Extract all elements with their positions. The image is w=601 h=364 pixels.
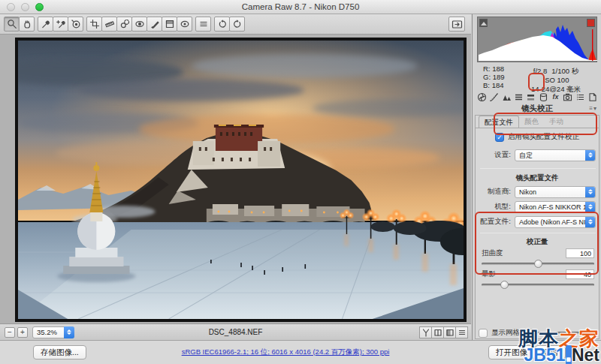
enable-profile-checkbox[interactable]: ✓ xyxy=(495,133,504,142)
show-grid-label: 显示网格 xyxy=(491,328,520,338)
crop-tool-button[interactable] xyxy=(86,17,102,32)
workflow-options-link[interactable]: sRGB IEC61966-2.1; 16 位; 6016 x 4016 (24… xyxy=(90,347,481,357)
photo-preview[interactable] xyxy=(15,38,467,322)
distortion-slider-thumb[interactable] xyxy=(534,260,542,268)
tab-effects[interactable]: fx xyxy=(550,91,561,103)
make-select[interactable]: Nikon xyxy=(515,186,596,198)
hand-tool-button[interactable] xyxy=(19,17,35,32)
image-canvas xyxy=(0,35,471,323)
lens-corrections-panel: 配置文件 颜色 手动 ✓ 启用镜头配置文件校正 设置: 自定 镜头配置文件 制造… xyxy=(475,115,599,339)
swap-before-after-button[interactable] xyxy=(431,326,444,338)
panel-title: 镜头校正 xyxy=(473,104,601,114)
tab-snapshots[interactable] xyxy=(587,91,598,103)
divider xyxy=(480,233,596,233)
tab-detail[interactable] xyxy=(501,91,512,103)
distortion-slider[interactable] xyxy=(482,263,594,265)
enable-profile-row: ✓ 启用镜头配置文件校正 xyxy=(476,132,599,142)
preview-mode-buttons xyxy=(420,326,468,338)
setup-row: 设置: 自定 xyxy=(479,149,597,161)
setup-select[interactable]: 自定 xyxy=(515,149,596,161)
panel-menu-icon[interactable]: ≡▾ xyxy=(589,105,597,112)
amount-header: 校正量 xyxy=(476,237,599,247)
preview-menu-button[interactable] xyxy=(455,326,468,338)
setup-label: 设置: xyxy=(479,150,515,160)
vignetting-value[interactable]: 40 xyxy=(566,269,594,279)
stepper-icon xyxy=(585,201,596,213)
straighten-tool-button[interactable] xyxy=(101,17,117,32)
vignetting-label: 晕影 xyxy=(482,269,496,279)
vignetting-slider[interactable] xyxy=(482,284,594,286)
subtab-color[interactable]: 颜色 xyxy=(519,116,544,128)
color-sampler-tool-button[interactable] xyxy=(53,17,68,32)
graduated-filter-tool-button[interactable] xyxy=(162,17,177,32)
zoom-tool-button[interactable] xyxy=(4,17,20,32)
model-select[interactable]: Nikon AF-S NIKKOR 14-24... xyxy=(515,201,596,213)
divider xyxy=(480,168,596,169)
radial-filter-tool-button[interactable] xyxy=(177,17,192,32)
tab-camera-calibration[interactable] xyxy=(562,91,573,103)
lens-subtabs: 配置文件 颜色 手动 xyxy=(476,116,599,128)
distortion-value[interactable]: 100 xyxy=(566,248,594,258)
white-balance-tool-button[interactable] xyxy=(38,17,53,32)
stepper-icon xyxy=(585,186,596,198)
title-bar: Camera Raw 8.7 - Nikon D750 xyxy=(0,0,601,14)
filename-label: DSC_4884.NEF xyxy=(0,328,471,336)
targeted-adjustment-tool-button[interactable] xyxy=(68,17,83,32)
before-after-cycle-button[interactable] xyxy=(419,326,432,338)
tab-basic[interactable] xyxy=(476,91,488,103)
model-row: 机型: Nikon AF-S NIKKOR 14-24... xyxy=(479,200,597,213)
rotate-left-button[interactable] xyxy=(214,17,230,32)
tab-lens-corrections[interactable] xyxy=(538,91,549,103)
adjustments-sidebar: R: 188 G: 189 B: 184 f/2.81/100 秒 ISO 10… xyxy=(472,14,601,340)
stepper-icon xyxy=(585,149,596,161)
histogram xyxy=(477,17,597,62)
histogram-graph xyxy=(479,23,597,61)
subtab-manual[interactable]: 手动 xyxy=(544,116,569,128)
profile-select[interactable]: Adobe (Nikon AF-S NIKKO... xyxy=(515,216,596,228)
rotate-right-button[interactable] xyxy=(229,17,245,32)
make-row: 制造商: Nikon xyxy=(479,185,597,198)
lens-profile-header: 镜头配置文件 xyxy=(476,173,599,183)
adjustment-brush-tool-button[interactable] xyxy=(146,17,162,32)
status-bar: − + 35.2% DSC_4884.NEF xyxy=(0,323,471,340)
distortion-slider-row: 扭曲度 100 xyxy=(482,248,594,258)
save-image-button[interactable]: 存储图像... xyxy=(33,345,86,359)
profile-row: 配置文件: Adobe (Nikon AF-S NIKKO... xyxy=(479,215,597,228)
stepper-icon xyxy=(585,216,596,228)
potala-palace-photo xyxy=(18,41,464,319)
bottom-bar: 存储图像... sRGB IEC61966-2.1; 16 位; 6016 x … xyxy=(0,340,601,364)
tab-tone-curve[interactable] xyxy=(488,91,500,103)
tab-split-toning[interactable] xyxy=(525,91,536,103)
site-watermark: 脚本之家 JB51.Net xyxy=(518,329,599,364)
red-eye-tool-button[interactable] xyxy=(131,17,147,32)
spot-removal-tool-button[interactable] xyxy=(116,17,132,32)
window-title: Camera Raw 8.7 - Nikon D750 xyxy=(0,2,601,11)
preferences-button[interactable] xyxy=(195,17,211,32)
subtab-profile[interactable]: 配置文件 xyxy=(479,116,519,128)
show-grid-checkbox[interactable] xyxy=(479,329,488,338)
adjustment-tabs: fx xyxy=(476,90,598,104)
toggle-fullscreen-button[interactable] xyxy=(448,17,465,32)
tab-presets[interactable] xyxy=(575,91,586,103)
camera-raw-window: Camera Raw 8.7 - Nikon D750 xyxy=(0,0,601,364)
vignetting-slider-row: 晕影 40 xyxy=(482,269,594,279)
tab-hsl-grayscale[interactable] xyxy=(513,91,524,103)
distortion-label: 扭曲度 xyxy=(482,248,503,258)
tool-bar xyxy=(0,14,471,35)
vignetting-slider-thumb[interactable] xyxy=(500,281,509,289)
copy-settings-button[interactable] xyxy=(443,326,456,338)
enable-profile-label: 启用镜头配置文件校正 xyxy=(508,132,579,142)
